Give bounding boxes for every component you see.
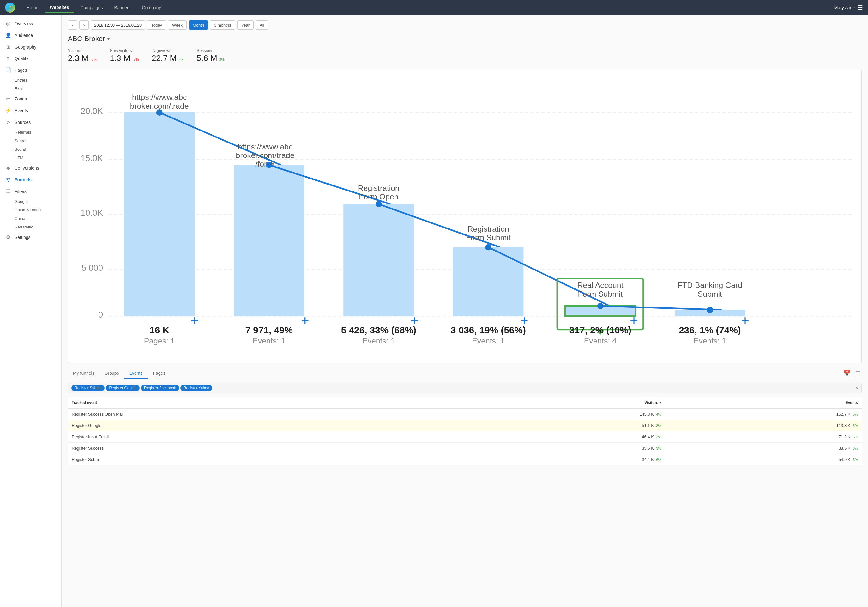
prev-period-button[interactable]: ‹: [68, 20, 78, 30]
svg-text:0: 0: [98, 310, 103, 320]
sidebar-item-events[interactable]: ⚡ Events: [0, 105, 61, 116]
sidebar-item-conversions[interactable]: ◆ Conversions: [0, 162, 61, 174]
nav-home[interactable]: Home: [22, 3, 43, 12]
nav-company[interactable]: Company: [137, 3, 166, 12]
filter-tag-register-submit[interactable]: Register Submit: [71, 385, 105, 391]
sidebar-item-quality[interactable]: ≡ Quality: [0, 53, 61, 64]
nav-campaigns[interactable]: Campaigns: [76, 3, 108, 12]
svg-point-0: [7, 5, 13, 11]
svg-text:broker.com/trade: broker.com/trade: [236, 151, 294, 160]
user-menu[interactable]: Mary Jane ☰: [834, 4, 863, 11]
main-content: ‹ › 2018.12.30 — 2019.01.28 Today Week M…: [62, 15, 868, 607]
user-menu-icon[interactable]: ☰: [857, 4, 863, 11]
period-month[interactable]: Month: [189, 20, 208, 30]
sidebar-item-pages[interactable]: 📄 Pages: [0, 64, 61, 76]
filters-icon: ☰: [5, 188, 11, 194]
next-period-button[interactable]: ›: [79, 20, 89, 30]
cell-events: 152.7 K 5%: [665, 408, 862, 420]
table-header-row: Tracked event Visitors ▾ Events: [68, 397, 862, 408]
tab-pages[interactable]: Pages: [147, 368, 170, 379]
table-row[interactable]: Register Success Open Mail 145.8 K 4% 15…: [68, 408, 862, 420]
list-view-button[interactable]: ☰: [854, 369, 862, 378]
period-3months[interactable]: 3 months: [210, 20, 235, 30]
period-today[interactable]: Today: [147, 20, 166, 30]
svg-text:5 426, 33% (68%): 5 426, 33% (68%): [341, 325, 416, 335]
sidebar-subitem-red-traffic[interactable]: Red traffic: [0, 223, 61, 231]
svg-text:5 000: 5 000: [82, 263, 103, 273]
date-range-display: 2018.12.30 — 2019.01.28: [91, 20, 145, 30]
sidebar-subitem-china[interactable]: China: [0, 214, 61, 223]
svg-text:3 036, 19% (56%): 3 036, 19% (56%): [451, 325, 526, 335]
cell-visitors: 51.1 K 3%: [468, 420, 665, 431]
sidebar-item-filters[interactable]: ☰ Filters: [0, 185, 61, 197]
table-row[interactable]: Register Input Email 46.4 K 3% 71.2 K 6%: [68, 431, 862, 443]
sidebar-item-funnels[interactable]: ▽ Funnels: [0, 174, 61, 185]
cell-events: 113.3 K 5%: [665, 420, 862, 431]
funnels-icon: ▽: [5, 177, 11, 183]
sidebar-subitem-social[interactable]: Social: [0, 145, 61, 154]
svg-text:broker.com/trade: broker.com/trade: [130, 102, 189, 110]
funnel-bar-3[interactable]: [343, 204, 414, 316]
nav-banners[interactable]: Banners: [109, 3, 135, 12]
sidebar-item-sources[interactable]: ⊳ Sources: [0, 116, 61, 128]
stat-pageviews: Pageviews 22.7 M 2%: [152, 48, 184, 63]
svg-text:FTD Banking Card: FTD Banking Card: [677, 281, 742, 289]
funnel-bar-4[interactable]: [453, 247, 523, 316]
sidebar: ◎ Overview 👤 Audience ⊞ Geography ≡ Qual…: [0, 15, 62, 607]
svg-text:16 K: 16 K: [149, 325, 169, 335]
funnel-bar-2[interactable]: [234, 165, 304, 316]
filter-tag-register-facebook[interactable]: Register Facebook: [141, 385, 179, 391]
sidebar-subitem-referrals[interactable]: Referrals: [0, 128, 61, 137]
svg-text:Events: 1: Events: 1: [362, 337, 395, 345]
calendar-view-button[interactable]: 📅: [842, 369, 852, 378]
svg-text:Submit: Submit: [698, 290, 722, 298]
filter-tag-register-yahoo[interactable]: Register Yahoo: [180, 385, 212, 391]
overview-icon: ◎: [5, 20, 11, 26]
period-all[interactable]: All: [256, 20, 268, 30]
sidebar-subitem-exits[interactable]: Exits: [0, 84, 61, 93]
site-selector-arrow[interactable]: ▾: [107, 36, 110, 41]
user-name: Mary Jane: [834, 5, 855, 10]
col-tracked-event: Tracked event: [68, 397, 468, 408]
svg-text:Events: 1: Events: 1: [472, 337, 504, 345]
svg-text:10.0K: 10.0K: [81, 208, 103, 218]
events-icon: ⚡: [5, 107, 11, 113]
svg-text:15.0K: 15.0K: [81, 153, 103, 163]
cell-events: 54.9 K 5%: [665, 454, 862, 466]
stats-row: Visitors 2.3 M -7% New visitors 1.3 M -7…: [68, 48, 862, 63]
col-visitors[interactable]: Visitors ▾: [468, 397, 665, 408]
filter-clear-button[interactable]: ×: [856, 385, 858, 391]
top-navbar: Home Websites Campaigns Banners Company …: [0, 0, 868, 15]
svg-text:Registration: Registration: [358, 184, 400, 193]
sidebar-item-settings[interactable]: ⚙ Settings: [0, 231, 61, 243]
sidebar-item-zones[interactable]: ▭ Zones: [0, 93, 61, 105]
sidebar-subitem-entries[interactable]: Entries: [0, 76, 61, 84]
funnel-bar-1[interactable]: [124, 112, 195, 316]
nav-items: Home Websites Campaigns Banners Company: [22, 2, 834, 13]
filter-tag-register-google[interactable]: Register Google: [106, 385, 140, 391]
table-row[interactable]: Register Success 35.5 K 3% 38.5 K 6%: [68, 443, 862, 454]
svg-text:236, 1% (74%): 236, 1% (74%): [679, 325, 741, 335]
funnel-chart-container: 20.0K 15.0K 10.0K 5 000 0 https://www.ab…: [68, 70, 862, 363]
sidebar-item-overview[interactable]: ◎ Overview: [0, 18, 61, 29]
period-week[interactable]: Week: [168, 20, 187, 30]
tab-events[interactable]: Events: [124, 368, 148, 379]
cell-events: 71.2 K 6%: [665, 431, 862, 443]
svg-text:Registration: Registration: [468, 225, 509, 233]
sidebar-subitem-china-baidu[interactable]: China & Baidu: [0, 206, 61, 214]
main-layout: ◎ Overview 👤 Audience ⊞ Geography ≡ Qual…: [0, 15, 868, 607]
table-row[interactable]: Register Google 51.1 K 3% 113.3 K 5%: [68, 420, 862, 431]
nav-websites[interactable]: Websites: [45, 2, 74, 13]
svg-text:Form Submit: Form Submit: [466, 233, 511, 242]
tab-my-funnels[interactable]: My funnels: [68, 368, 99, 379]
svg-text:Events: 1: Events: 1: [253, 337, 285, 345]
table-row[interactable]: Register Submit 34.4 K 6% 54.9 K 5%: [68, 454, 862, 466]
tab-groups[interactable]: Groups: [99, 368, 124, 379]
period-year[interactable]: Year: [237, 20, 254, 30]
sidebar-item-geography[interactable]: ⊞ Geography: [0, 41, 61, 53]
sidebar-item-audience[interactable]: 👤 Audience: [0, 29, 61, 41]
sidebar-subitem-utm[interactable]: UTM: [0, 154, 61, 162]
sidebar-subitem-google[interactable]: Google: [0, 197, 61, 206]
funnel-svg: 20.0K 15.0K 10.0K 5 000 0 https://www.ab…: [73, 75, 856, 357]
sidebar-subitem-search[interactable]: Search: [0, 137, 61, 145]
